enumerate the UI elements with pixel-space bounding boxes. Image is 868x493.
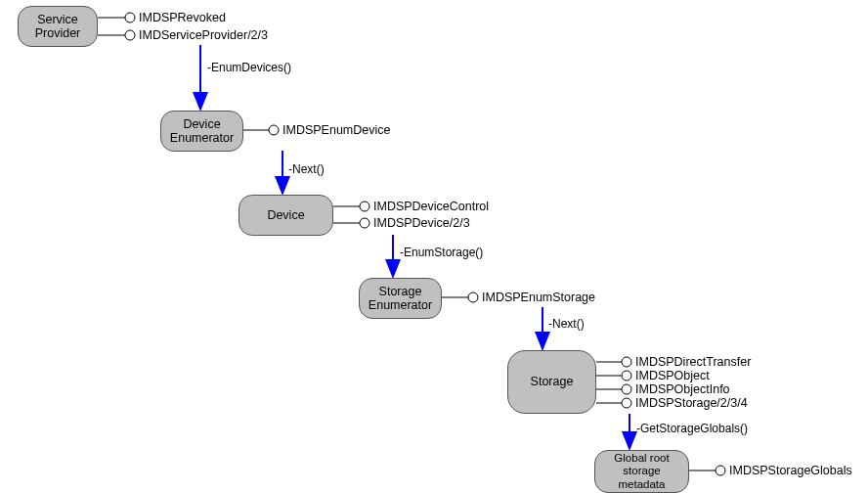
svg-point-18 bbox=[622, 357, 631, 367]
svg-point-27 bbox=[716, 466, 725, 475]
iface-imdsp-devicecontrol: IMDSPDeviceControl bbox=[373, 200, 489, 213]
svg-point-15 bbox=[468, 292, 478, 302]
node-label: Storage Enumerator bbox=[369, 285, 432, 313]
iface-imdsp-storage: IMDSPStorage/2/3/4 bbox=[635, 396, 748, 410]
svg-point-22 bbox=[622, 384, 631, 394]
iface-imdsp-enumdevice: IMDSPEnumDevice bbox=[282, 123, 390, 137]
node-device: Device bbox=[239, 195, 333, 236]
iface-imdsp-objectinfo: IMDSPObjectInfo bbox=[635, 382, 730, 396]
call-next-1: -Next() bbox=[288, 162, 325, 176]
node-storage-enumerator: Storage Enumerator bbox=[359, 278, 442, 319]
call-enumdevices: -EnumDevices() bbox=[207, 61, 291, 74]
svg-point-20 bbox=[622, 371, 631, 381]
node-label: Device bbox=[267, 208, 304, 222]
iface-imdsp-directtransfer: IMDSPDirectTransfer bbox=[635, 355, 751, 369]
svg-point-2 bbox=[125, 13, 135, 22]
node-label: Device Enumerator bbox=[170, 117, 234, 146]
iface-imdsp-enumstorage: IMDSPEnumStorage bbox=[482, 291, 595, 304]
iface-imdsp-device: IMDSPDevice/2/3 bbox=[373, 216, 470, 230]
node-label: Storage bbox=[531, 375, 574, 388]
iface-imdsp-revoked: IMDSPRevoked bbox=[139, 11, 226, 24]
node-device-enumerator: Device Enumerator bbox=[160, 111, 243, 152]
node-global-root-storage-metadata: Global root storage metadata bbox=[594, 450, 689, 493]
svg-point-24 bbox=[622, 398, 631, 408]
iface-imdsp-storageglobals: IMDSPStorageGlobals bbox=[729, 464, 852, 477]
call-enumstorage: -EnumStorage() bbox=[400, 246, 483, 259]
iface-imdserviceprovider: IMDServiceProvider/2/3 bbox=[139, 28, 268, 42]
call-next-2: -Next() bbox=[548, 317, 585, 331]
call-getstorageglobals: -GetStorageGlobals() bbox=[636, 422, 748, 435]
node-label: Service Provider bbox=[35, 13, 81, 41]
node-storage: Storage bbox=[507, 350, 596, 414]
svg-point-10 bbox=[360, 202, 369, 211]
node-label: Global root storage metadata bbox=[614, 452, 669, 491]
svg-point-12 bbox=[360, 218, 369, 228]
node-service-provider: Service Provider bbox=[18, 6, 98, 47]
svg-point-7 bbox=[269, 125, 279, 135]
iface-imdsp-object: IMDSPObject bbox=[635, 369, 710, 382]
svg-point-4 bbox=[125, 30, 135, 40]
